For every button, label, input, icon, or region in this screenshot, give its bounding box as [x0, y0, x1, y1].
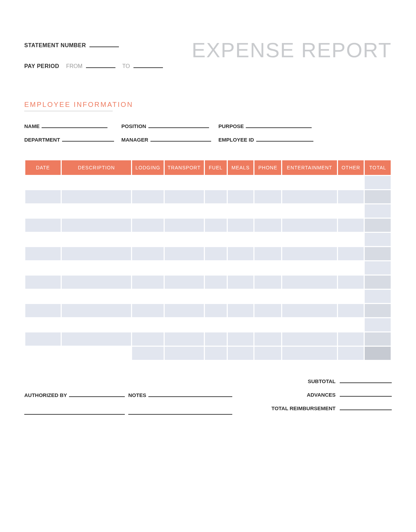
table-cell[interactable] — [132, 261, 163, 275]
table-cell[interactable] — [205, 304, 227, 317]
table-cell[interactable] — [282, 190, 337, 203]
table-cell[interactable] — [25, 318, 61, 331]
advances-input[interactable] — [340, 392, 392, 397]
table-cell[interactable] — [254, 219, 281, 232]
table-cell[interactable] — [165, 290, 204, 303]
table-cell[interactable] — [165, 219, 204, 232]
table-cell[interactable] — [282, 290, 337, 303]
table-cell[interactable] — [25, 190, 61, 203]
table-cell[interactable] — [228, 332, 253, 346]
manager-input[interactable] — [150, 137, 211, 142]
table-cell[interactable] — [228, 190, 253, 203]
table-cell[interactable] — [132, 247, 163, 260]
table-cell[interactable] — [132, 204, 163, 218]
table-cell[interactable] — [205, 176, 227, 189]
table-cell[interactable] — [254, 176, 281, 189]
table-cell[interactable] — [254, 304, 281, 317]
table-cell[interactable] — [205, 261, 227, 275]
table-cell[interactable] — [282, 318, 337, 331]
table-cell[interactable] — [62, 233, 131, 246]
table-cell[interactable] — [165, 233, 204, 246]
table-cell[interactable] — [282, 261, 337, 275]
table-cell[interactable] — [25, 261, 61, 275]
table-cell[interactable] — [25, 247, 61, 260]
table-cell[interactable] — [282, 304, 337, 317]
table-cell[interactable] — [205, 290, 227, 303]
table-cell[interactable] — [282, 219, 337, 232]
table-cell[interactable] — [365, 290, 391, 303]
table-cell[interactable] — [25, 204, 61, 218]
table-cell[interactable] — [132, 176, 163, 189]
name-input[interactable] — [42, 123, 107, 128]
table-cell[interactable] — [62, 276, 131, 289]
table-summary-cell[interactable] — [282, 347, 337, 360]
table-cell[interactable] — [25, 304, 61, 317]
table-cell[interactable] — [338, 204, 364, 218]
table-summary-cell[interactable] — [228, 347, 253, 360]
table-cell[interactable] — [132, 290, 163, 303]
subtotal-input[interactable] — [340, 378, 392, 383]
table-cell[interactable] — [165, 304, 204, 317]
table-cell[interactable] — [25, 290, 61, 303]
table-cell[interactable] — [254, 332, 281, 346]
table-cell[interactable] — [228, 204, 253, 218]
table-cell[interactable] — [205, 190, 227, 203]
table-cell[interactable] — [365, 190, 391, 203]
table-cell[interactable] — [62, 190, 131, 203]
table-cell[interactable] — [62, 176, 131, 189]
table-cell[interactable] — [254, 233, 281, 246]
table-cell[interactable] — [132, 276, 163, 289]
table-cell[interactable] — [25, 276, 61, 289]
table-cell[interactable] — [205, 233, 227, 246]
table-cell[interactable] — [365, 276, 391, 289]
table-cell[interactable] — [228, 219, 253, 232]
total-reimbursement-input[interactable] — [340, 405, 392, 410]
table-cell[interactable] — [165, 332, 204, 346]
table-cell[interactable] — [205, 318, 227, 331]
table-cell[interactable] — [365, 247, 391, 260]
authorized-by-line2[interactable] — [24, 410, 125, 415]
table-cell[interactable] — [365, 219, 391, 232]
notes-input[interactable] — [148, 392, 232, 397]
table-cell[interactable] — [228, 247, 253, 260]
table-cell[interactable] — [365, 204, 391, 218]
table-summary-cell[interactable] — [205, 347, 227, 360]
pay-period-to-input[interactable] — [133, 62, 163, 68]
table-cell[interactable] — [132, 233, 163, 246]
table-summary-cell[interactable] — [338, 347, 364, 360]
table-cell[interactable] — [165, 261, 204, 275]
table-cell[interactable] — [25, 332, 61, 346]
table-cell[interactable] — [365, 233, 391, 246]
table-cell[interactable] — [254, 190, 281, 203]
table-cell[interactable] — [282, 176, 337, 189]
table-cell[interactable] — [25, 176, 61, 189]
table-cell[interactable] — [365, 304, 391, 317]
table-cell[interactable] — [338, 304, 364, 317]
table-cell[interactable] — [338, 261, 364, 275]
table-cell[interactable] — [254, 247, 281, 260]
table-cell[interactable] — [254, 204, 281, 218]
table-cell[interactable] — [165, 247, 204, 260]
table-cell[interactable] — [338, 332, 364, 346]
table-cell[interactable] — [338, 247, 364, 260]
table-summary-cell[interactable] — [132, 347, 163, 360]
table-cell[interactable] — [62, 318, 131, 331]
table-cell[interactable] — [282, 233, 337, 246]
table-summary-cell[interactable] — [165, 347, 204, 360]
position-input[interactable] — [148, 123, 209, 128]
table-cell[interactable] — [365, 261, 391, 275]
table-cell[interactable] — [132, 318, 163, 331]
table-cell[interactable] — [365, 318, 391, 331]
table-cell[interactable] — [165, 276, 204, 289]
table-summary-cell[interactable] — [365, 347, 391, 360]
table-cell[interactable] — [282, 247, 337, 260]
table-cell[interactable] — [365, 176, 391, 189]
employee-id-input[interactable] — [256, 137, 313, 142]
notes-line2[interactable] — [128, 410, 232, 415]
department-input[interactable] — [62, 137, 114, 142]
table-cell[interactable] — [228, 233, 253, 246]
table-cell[interactable] — [282, 332, 337, 346]
authorized-by-input[interactable] — [69, 392, 125, 397]
table-cell[interactable] — [62, 261, 131, 275]
statement-number-input[interactable] — [89, 42, 119, 47]
